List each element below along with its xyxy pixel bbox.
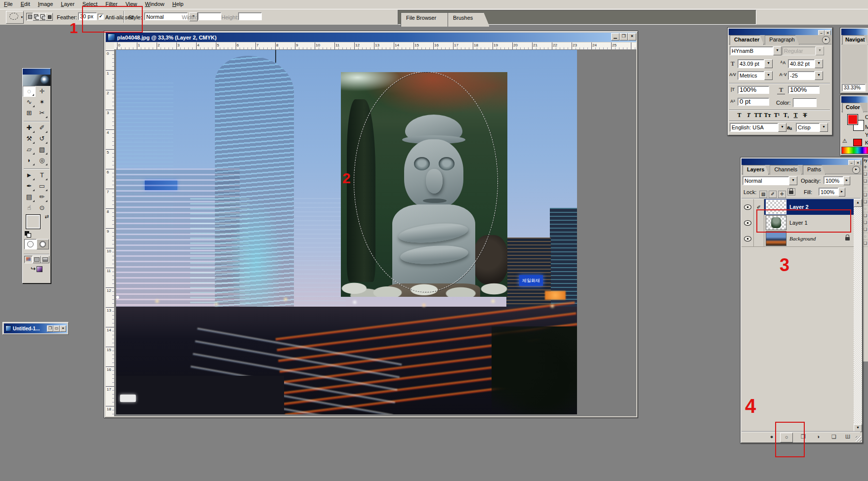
chevron-down-icon[interactable]: ▾ (815, 71, 823, 80)
chevron-down-icon[interactable]: ▾ (764, 71, 773, 80)
selection-mode-intersect-button[interactable] (45, 13, 53, 21)
menu-layer[interactable]: Layer (57, 0, 79, 8)
menu-window[interactable]: Window (141, 0, 168, 8)
toolbox-title-bar[interactable] (23, 69, 50, 75)
faux-style-button-1[interactable]: T (744, 112, 753, 119)
hand-tool[interactable]: ☝ (23, 202, 36, 213)
quick-mask-mode-button[interactable] (37, 239, 49, 249)
horizontal-ruler[interactable]: 0123456789101112131415161718192021222324… (114, 42, 636, 50)
tracking-dropdown[interactable]: -25▾ (788, 71, 823, 80)
palette-strip-button-7[interactable]: ❏ (863, 212, 868, 219)
chevron-down-icon[interactable]: ▾ (773, 46, 782, 55)
minimize-button[interactable]: ▁ (611, 33, 620, 40)
language-dropdown[interactable]: English: USA▾ (730, 123, 786, 132)
font-size-dropdown[interactable]: 43.09 pt▾ (738, 59, 773, 68)
lasso-tool[interactable]: ∿ (23, 97, 36, 108)
text-color-swatch[interactable] (793, 98, 817, 107)
chevron-down-icon[interactable]: ▾ (820, 123, 828, 132)
palette-strip-button-10[interactable]: ◌ (863, 233, 868, 240)
close-button[interactable]: × (628, 33, 636, 40)
faux-style-button-7[interactable]: Ŧ (800, 112, 810, 119)
link-cell[interactable] (754, 231, 764, 246)
font-style-dropdown[interactable]: Regular▾ (782, 46, 824, 55)
faux-style-button-3[interactable]: Tᴛ (763, 112, 772, 119)
tab-character[interactable]: Character (730, 35, 764, 45)
standard-screen-mode-button[interactable] (24, 256, 33, 263)
palette-strip-button-11[interactable]: ❏ (863, 240, 868, 247)
blend-mode-dropdown[interactable]: Normal▾ (743, 176, 797, 185)
zoom-tool[interactable]: ⊙ (36, 202, 48, 213)
menu-edit[interactable]: Edit (17, 0, 34, 8)
notes-tool[interactable]: ▤ (23, 192, 36, 202)
maximize-button[interactable]: ▭ (53, 325, 60, 332)
history-brush-tool[interactable]: ↺ (36, 133, 48, 144)
vertical-scale-input[interactable] (738, 86, 769, 94)
layers-scrollbar[interactable] (854, 199, 862, 432)
menu-file[interactable]: File (0, 0, 17, 8)
lock-all-icon[interactable] (787, 188, 795, 196)
palette-strip-button-1[interactable]: ❏ (863, 171, 868, 178)
color-ramp[interactable] (841, 147, 868, 154)
faux-style-button-4[interactable]: T¹ (772, 112, 782, 119)
crop-tool[interactable]: ⊞ (23, 108, 36, 119)
pen-tool[interactable]: ✒ (23, 181, 36, 192)
healing-brush-tool[interactable]: ✚ (23, 122, 36, 133)
palette-strip-button-0[interactable]: ✛ (863, 164, 868, 171)
gamut-color-chip[interactable] (853, 139, 862, 146)
palette-strip-button-3[interactable]: ◌ (863, 185, 868, 192)
pasted-statue-layer[interactable] (341, 72, 507, 297)
layer-row-body[interactable]: Background (764, 231, 854, 246)
gamut-warning-icon[interactable]: ⚠ (842, 138, 847, 144)
panel-title-bar[interactable] (729, 29, 831, 35)
panel-title-bar[interactable] (841, 29, 868, 35)
new-fill-adjustment-layer-button[interactable]: ◑ (813, 433, 824, 441)
palette-strip-button-8[interactable]: ❏ (863, 219, 868, 226)
horizontal-scale-input[interactable] (788, 86, 820, 94)
faux-style-button-0[interactable]: T (735, 112, 744, 119)
panel-resize-grip[interactable] (856, 436, 862, 442)
close-button[interactable]: × (60, 325, 66, 332)
palette-strip-button-9[interactable]: ❏ (863, 226, 868, 233)
anti-alias-dropdown[interactable]: Crisp▾ (796, 123, 828, 132)
foreground-color-swatch[interactable] (26, 215, 40, 229)
tab-channels[interactable]: Channels (770, 165, 801, 175)
magic-wand-tool[interactable]: ✶ (36, 97, 48, 108)
fullscreen-mode-button[interactable] (41, 256, 49, 263)
opacity-slider-button[interactable]: ▸ (843, 176, 850, 185)
tab-brushes[interactable]: Brushes (448, 12, 490, 27)
chevron-down-icon[interactable]: ▾ (764, 59, 773, 68)
shape-tool[interactable]: ▭ (36, 181, 48, 192)
dodge-tool[interactable]: ◎ (36, 155, 48, 166)
blur-tool[interactable]: ◗ (23, 155, 36, 166)
width-input[interactable] (198, 12, 221, 20)
standard-mode-button[interactable] (24, 239, 37, 249)
type-tool[interactable]: T (36, 170, 48, 181)
chevron-down-icon[interactable]: ▾ (778, 123, 786, 132)
kerning-dropdown[interactable]: Metrics▾ (738, 71, 773, 80)
palette-strip-button-4[interactable]: ❏ (863, 192, 868, 199)
move-tool[interactable]: ✛ (36, 86, 48, 97)
baseline-shift-input[interactable] (738, 98, 769, 106)
panel-title-bar[interactable] (742, 159, 862, 165)
tab-color[interactable]: Color (842, 103, 864, 113)
eyedropper-tool[interactable]: ✏ (36, 192, 48, 202)
height-input[interactable] (238, 12, 262, 20)
path-selection-tool[interactable]: ► (23, 170, 36, 181)
panel-menu-button[interactable]: ▸ (852, 166, 860, 174)
palette-strip-button-6[interactable]: ◌ (863, 205, 868, 212)
document-title-bar[interactable]: pla04048.jpg @ 33,3% (Layer 2, CMYK) (106, 33, 636, 42)
layer-thumbnail[interactable] (766, 231, 786, 246)
city-photo-canvas[interactable]: 제일화재 (116, 50, 577, 414)
visibility-cell[interactable] (742, 231, 754, 246)
chevron-down-icon[interactable]: ▾ (789, 176, 797, 185)
faux-style-button-6[interactable]: T (791, 112, 800, 119)
palette-strip-button-2[interactable]: ❏ (863, 178, 868, 185)
navigator-preview[interactable] (841, 44, 867, 83)
canvas-area[interactable]: 제일화재 (114, 49, 636, 416)
elliptical-marquee-tool[interactable]: ◌ (23, 86, 36, 97)
slice-tool[interactable]: ✂ (36, 108, 48, 119)
jump-to-imageready-button[interactable]: ↪ (31, 265, 42, 272)
panel-menu-button[interactable]: ▸ (822, 36, 830, 44)
faux-style-button-2[interactable]: TT (753, 112, 763, 119)
leading-dropdown[interactable]: 40.82 pt▾ (788, 59, 823, 68)
